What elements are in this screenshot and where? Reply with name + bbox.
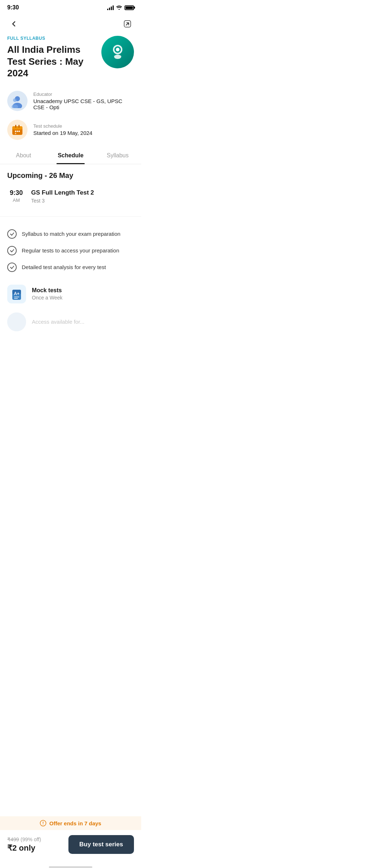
status-time: 9:30: [7, 4, 19, 11]
check-icon-2: [7, 246, 17, 255]
schedule-test-info: GS Full Length Test 2 Test 3: [31, 189, 94, 204]
schedule-label: Test schedule: [33, 123, 92, 129]
test-schedule-info: Test schedule Started on 19 May, 2024: [33, 123, 92, 136]
wifi-icon: [116, 5, 122, 11]
status-bar: 9:30: [0, 0, 141, 14]
mock-title: Mock tests: [32, 287, 63, 294]
course-info: FULL SYLLABUS All India Prelims Test Ser…: [7, 36, 101, 79]
svg-rect-11: [18, 125, 20, 128]
schedule-row: Test schedule Started on 19 May, 2024: [0, 115, 141, 144]
schedule-time: 9:30 AM: [7, 189, 25, 203]
educator-avatar: [7, 91, 28, 111]
mock-icon: A+: [7, 285, 26, 303]
time-period: AM: [7, 197, 25, 203]
back-button[interactable]: [7, 17, 20, 30]
check-icon-3: [7, 263, 17, 272]
feature-text-3: Detailed test analysis for every test: [22, 264, 106, 270]
share-button[interactable]: [121, 17, 134, 30]
course-logo: [101, 36, 134, 68]
mock-info: Mock tests Once a Week: [32, 287, 63, 301]
feature-text-1: Syllabus to match your exam preparation: [22, 231, 121, 237]
educator-row: Educator Unacademy UPSC CSE - GS, UPSC C…: [0, 86, 141, 115]
svg-point-12: [15, 131, 16, 132]
tab-schedule[interactable]: Schedule: [47, 147, 94, 164]
educator-value: Unacademy UPSC CSE - GS, UPSC CSE - Opti: [33, 98, 134, 110]
signal-icon: [107, 5, 114, 10]
educator-label: Educator: [33, 92, 134, 97]
next-avatar-icon: [7, 312, 26, 331]
schedule-item: 9:30 AM GS Full Length Test 2 Test 3: [7, 186, 134, 207]
svg-rect-9: [12, 126, 22, 129]
svg-point-5: [13, 98, 17, 102]
educator-info: Educator Unacademy UPSC CSE - GS, UPSC C…: [33, 92, 134, 110]
feature-text-2: Regular tests to access your preparation: [22, 247, 119, 254]
status-icons: [107, 5, 134, 11]
feature-item-1: Syllabus to match your exam preparation: [7, 226, 134, 242]
svg-point-13: [17, 131, 18, 132]
next-item: Access available for...: [0, 309, 141, 335]
mock-section: A+ Mock tests Once a Week: [0, 281, 141, 309]
tab-syllabus[interactable]: Syllabus: [94, 147, 141, 164]
time-value: 9:30: [7, 189, 25, 197]
features-list: Syllabus to match your exam preparation …: [0, 220, 141, 281]
svg-point-14: [18, 131, 20, 132]
svg-text:A+: A+: [14, 291, 20, 296]
check-icon-1: [7, 229, 17, 239]
course-tag: FULL SYLLABUS: [7, 36, 96, 41]
test-name: GS Full Length Test 2: [31, 189, 94, 196]
tab-about[interactable]: About: [0, 147, 47, 164]
header-nav: [0, 14, 141, 36]
schedule-avatar: [7, 120, 28, 140]
divider-1: [0, 216, 141, 217]
svg-point-15: [15, 133, 16, 134]
mock-item: A+ Mock tests Once a Week: [7, 285, 134, 303]
schedule-value: Started on 19 May, 2024: [33, 130, 92, 136]
test-number: Test 3: [31, 198, 94, 204]
svg-point-3: [116, 48, 119, 51]
course-header: FULL SYLLABUS All India Prelims Test Ser…: [0, 36, 141, 86]
schedule-section: Upcoming - 26 May 9:30 AM GS Full Length…: [0, 164, 141, 213]
mock-subtitle: Once a Week: [32, 295, 63, 301]
tab-bar: About Schedule Syllabus: [0, 147, 141, 164]
upcoming-title: Upcoming - 26 May: [7, 171, 134, 180]
course-title: All India Prelims Test Series : May 2024: [7, 44, 96, 79]
svg-rect-10: [15, 125, 16, 128]
battery-icon: [125, 5, 134, 10]
feature-item-3: Detailed test analysis for every test: [7, 259, 134, 276]
feature-item-2: Regular tests to access your preparation: [7, 242, 134, 259]
next-text: Access available for...: [32, 319, 84, 325]
